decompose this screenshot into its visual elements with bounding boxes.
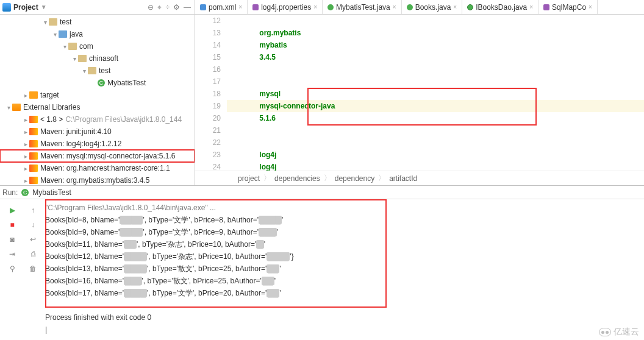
close-icon[interactable]: × (238, 4, 242, 10)
tree-folder-test2[interactable]: ▾test (0, 65, 195, 77)
gear-icon[interactable]: ⚙ (173, 3, 180, 12)
project-tree[interactable]: ▾test ▾java ▾com ▾chinasoft ▾test Mybati… (0, 15, 195, 185)
code-line[interactable] (227, 15, 644, 27)
project-label: Project (13, 3, 38, 12)
editor-tab[interactable]: MybatisTest.java× (323, 0, 402, 14)
breadcrumb-item[interactable]: dependencies (274, 174, 320, 183)
toolbar-icons: ⊖ ⌖ ÷ ⚙ — (148, 3, 195, 12)
console-line: Books{bId=13, bName='████', bType='散文', … (45, 263, 640, 275)
split-icon[interactable]: ÷ (165, 3, 170, 12)
breadcrumb[interactable]: project〉dependencies〉dependency〉artifact… (195, 171, 644, 185)
code-line[interactable] (227, 124, 644, 136)
run-play-icon[interactable]: ▶ (6, 204, 18, 216)
code-line[interactable]: mybatis (227, 39, 644, 51)
tab-label: IBooksDao.java (476, 3, 527, 12)
camera-icon[interactable]: ◙ (6, 233, 18, 246)
tree-file-mybatistest[interactable]: MybatisTest (0, 77, 195, 89)
breadcrumb-item[interactable]: project (238, 174, 260, 183)
topbar: Project ▼ ⊖ ⌖ ÷ ⚙ — pom.xml×log4j.proper… (0, 0, 644, 15)
code-line[interactable]: 3.4.5 (227, 51, 644, 63)
close-icon[interactable]: × (529, 4, 533, 10)
tree-folder-java[interactable]: ▾java (0, 28, 195, 40)
close-icon[interactable]: × (589, 4, 592, 10)
run-toolbar-primary: ▶ ■ ◙ ⇥ ⚲ (0, 199, 24, 340)
code-line[interactable]: mysql (227, 88, 644, 100)
run-body: ▶ ■ ◙ ⇥ ⚲ ↑ ↓ ↩ ⎙ 🗑 "C:\Program Files\Ja… (0, 199, 644, 340)
run-tool-window: Run: MybatisTest ▶ ■ ◙ ⇥ ⚲ ↑ ↓ ↩ ⎙ 🗑 "C:… (0, 185, 644, 340)
line-gutter: 12131415161718192021222324 (195, 15, 227, 171)
close-icon[interactable]: × (313, 4, 317, 10)
close-icon[interactable]: × (453, 4, 457, 10)
file-type-icon (407, 4, 413, 10)
code-line[interactable] (227, 63, 644, 76)
close-icon[interactable]: × (393, 4, 396, 10)
tree-maven-mysql-connector[interactable]: ▸Maven: mysql:mysql-connector-java:5.1.6 (0, 150, 195, 162)
code-line[interactable]: org.mybatis (227, 27, 644, 39)
collapse-icon[interactable]: ⊖ (148, 3, 154, 12)
editor-tab[interactable]: IBooksDao.java× (462, 0, 538, 14)
tree-maven-log4j[interactable]: ▸Maven: log4j:log4j:1.2.12 (0, 138, 195, 150)
console-wrap: "C:\Program Files\Java\jdk1.8.0_144\bin\… (41, 199, 644, 340)
tree-folder-chinasoft[interactable]: ▾chinasoft (0, 52, 195, 65)
console-line: Books{bId=17, bName='████', bType='文学', … (45, 287, 640, 299)
wrap-icon[interactable]: ↩ (27, 233, 39, 246)
tab-label: pom.xml (209, 3, 236, 12)
project-icon (2, 3, 11, 12)
tree-folder-test[interactable]: ▾test (0, 16, 195, 28)
tree-maven-mybatis[interactable]: ▸Maven: org.mybatis:mybatis:3.4.5 (0, 174, 195, 185)
code-area[interactable]: 12131415161718192021222324 org.mybatis m… (195, 15, 644, 171)
run-stop-icon[interactable]: ■ (6, 219, 18, 231)
target-icon[interactable]: ⌖ (157, 3, 162, 12)
hide-icon[interactable]: — (184, 3, 191, 12)
code-line[interactable]: log4j (227, 149, 644, 161)
run-label: Run: (2, 188, 18, 197)
console-line: Books{bId=16, bName='███', bType='散文', b… (45, 275, 640, 287)
tree-folder-com[interactable]: ▾com (0, 40, 195, 52)
exit-icon[interactable]: ⇥ (6, 248, 18, 260)
editor-tab[interactable]: SqlMapCo× (538, 0, 598, 14)
tree-jdk[interactable]: ▸< 1.8 >C:\Program Files\Java\jdk1.8.0_1… (0, 113, 195, 126)
chevron-down-icon[interactable]: ▼ (41, 4, 47, 10)
breadcrumb-item[interactable]: dependency (335, 174, 374, 183)
tab-label: SqlMapCo (552, 3, 586, 12)
tree-external-libraries[interactable]: ▾External Libraries (0, 101, 195, 113)
run-config-icon (21, 189, 29, 196)
file-type-icon (200, 4, 206, 10)
watermark: 亿速云 (599, 327, 639, 338)
code-line[interactable]: log4j (227, 161, 644, 171)
project-tool-header[interactable]: Project ▼ ⊖ ⌖ ÷ ⚙ — (0, 0, 195, 14)
down-icon[interactable]: ↓ (27, 219, 39, 231)
console-output[interactable]: "C:\Program Files\Java\jdk1.8.0_144\bin\… (45, 202, 640, 336)
file-type-icon (327, 4, 334, 10)
code-content[interactable]: org.mybatis mybatis 3.4.5 mysql mysql-co… (227, 15, 644, 171)
code-line[interactable] (227, 76, 644, 88)
run-header[interactable]: Run: MybatisTest (0, 186, 644, 199)
watermark-icon (599, 328, 611, 336)
main-split: ▾test ▾java ▾com ▾chinasoft ▾test Mybati… (0, 15, 644, 185)
code-line[interactable] (227, 136, 644, 149)
editor-tab[interactable]: Books.java× (402, 0, 463, 14)
console-line: Books{bId=12, bName='████', bType='杂志', … (45, 250, 640, 263)
tree-maven-hamcrest[interactable]: ▸Maven: org.hamcrest:hamcrest-core:1.1 (0, 162, 195, 174)
file-type-icon (543, 4, 549, 10)
tree-folder-target[interactable]: ▸target (0, 89, 195, 101)
run-toolbar-secondary: ↑ ↓ ↩ ⎙ 🗑 (24, 199, 41, 340)
code-line[interactable]: mysql-connector-java (227, 100, 644, 112)
tree-maven-junit[interactable]: ▸Maven: junit:junit:4.10 (0, 126, 195, 138)
breadcrumb-item[interactable]: artifactId (389, 174, 417, 183)
file-type-icon (467, 4, 473, 10)
tab-label: Books.java (415, 3, 451, 12)
trash-icon[interactable]: 🗑 (27, 263, 39, 275)
editor-tab[interactable]: pom.xml× (195, 0, 248, 14)
print-icon[interactable]: ⎙ (27, 248, 39, 260)
pin-icon[interactable]: ⚲ (6, 263, 18, 275)
code-line[interactable]: 5.1.6 (227, 112, 644, 124)
console-exit-line: Process finished with exit code 0 (45, 311, 640, 324)
up-icon[interactable]: ↑ (27, 204, 39, 216)
file-type-icon (252, 4, 259, 10)
run-config-name[interactable]: MybatisTest (32, 188, 71, 197)
editor-tab[interactable]: log4j.properties× (248, 0, 323, 14)
editor-pane: 12131415161718192021222324 org.mybatis m… (195, 15, 644, 185)
console-line: Books{bId=8, bName='████', bType='文学', b… (45, 214, 640, 226)
console-line: "C:\Program Files\Java\jdk1.8.0_144\bin\… (45, 202, 640, 214)
